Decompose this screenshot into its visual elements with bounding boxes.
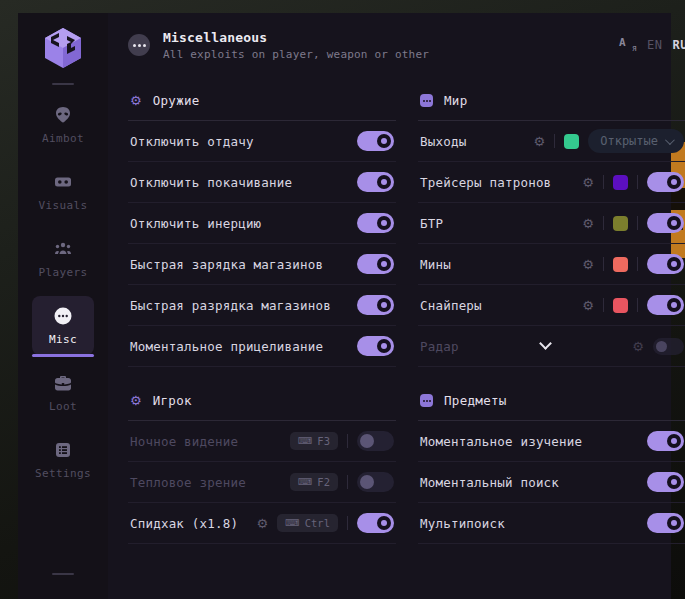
row-no-sway: Отключить покачивание — [128, 162, 396, 203]
row-instant-search: Моментальный поиск — [418, 462, 685, 503]
row-no-inertia: Отключить инерцию — [128, 203, 396, 244]
goggles-icon — [53, 172, 73, 192]
toggle-on[interactable] — [357, 513, 394, 533]
toggle-off[interactable] — [653, 338, 684, 355]
row-mines: Мины ⚙ — [418, 244, 685, 285]
divider — [603, 257, 604, 271]
alien-icon — [53, 105, 73, 125]
row-fast-unload: Быстрая разрядка магазинов — [128, 285, 396, 326]
keybind-badge[interactable]: ⌨Ctrl — [277, 514, 338, 532]
toggle-on[interactable] — [357, 213, 394, 233]
sidebar-item-label: Misc — [49, 333, 77, 346]
keybind-badge[interactable]: ⌨F3 — [290, 432, 338, 450]
gear-icon[interactable]: ⚙ — [257, 517, 269, 530]
sidebar-item-aimbot[interactable]: Aimbot — [32, 95, 94, 154]
toggle-on[interactable] — [647, 295, 684, 315]
gear-icon: ⚙ — [130, 394, 142, 407]
divider — [637, 257, 638, 271]
divider — [554, 134, 555, 148]
people-icon — [53, 239, 73, 259]
divider — [347, 475, 348, 489]
section-items: Предметы Моментальное изучение Моменталь… — [418, 387, 685, 544]
sidebar-item-label: Settings — [35, 467, 91, 480]
list-icon — [53, 440, 73, 460]
toggle-off[interactable] — [357, 472, 394, 492]
ellipsis-icon — [53, 306, 73, 326]
toggle-on[interactable] — [357, 336, 394, 356]
sidebar-item-loot[interactable]: Loot — [32, 363, 94, 422]
keybind-badge[interactable]: ⌨F2 — [290, 473, 338, 491]
row-instant-ads: Моментальное прицеливание — [128, 326, 396, 367]
sidebar-bottom-divider — [52, 573, 74, 575]
row-no-recoil: Отключить отдачу — [128, 121, 396, 162]
section-weapon: ⚙ Оружие Отключить отдачу Отключить пока… — [128, 87, 396, 367]
toggle-on[interactable] — [647, 431, 684, 451]
sidebar-item-label: Aimbot — [42, 132, 84, 145]
row-instant-examine: Моментальное изучение — [418, 421, 685, 462]
toggle-on[interactable] — [647, 472, 684, 492]
page-title: Miscellaneous — [163, 30, 429, 45]
row-thermal-vision: Тепловое зрение ⌨F2 — [128, 462, 396, 503]
toggle-on[interactable] — [357, 254, 394, 274]
sidebar: Aimbot Visuals — [18, 13, 108, 599]
sidebar-item-misc[interactable]: Misc — [32, 296, 94, 355]
toggle-on[interactable] — [647, 254, 684, 274]
gear-icon[interactable]: ⚙ — [534, 135, 546, 148]
divider — [603, 298, 604, 312]
briefcase-icon — [53, 373, 73, 393]
sidebar-divider — [52, 83, 74, 85]
row-fast-reload: Быстрая зарядка магазинов — [128, 244, 396, 285]
sidebar-item-settings[interactable]: Settings — [32, 430, 94, 489]
world-icon — [420, 94, 433, 107]
gear-icon[interactable]: ⚙ — [582, 217, 594, 230]
row-radar: Радар ⚙ — [418, 326, 685, 367]
lang-en-button[interactable]: EN — [647, 38, 662, 52]
color-swatch[interactable] — [613, 298, 628, 313]
sidebar-item-visuals[interactable]: Visuals — [32, 162, 94, 221]
toggle-on[interactable] — [357, 295, 394, 315]
toggle-off[interactable] — [357, 431, 394, 451]
row-multisearch: Мультипоиск — [418, 503, 685, 544]
right-column: Мир Выходы ⚙ Открытые Трейсеры патро — [418, 87, 685, 599]
sidebar-nav: Aimbot Visuals — [18, 95, 108, 497]
color-swatch[interactable] — [564, 134, 579, 149]
divider — [637, 175, 638, 189]
keyboard-icon: ⌨ — [298, 436, 312, 446]
sidebar-item-label: Loot — [49, 400, 77, 413]
chevron-down-icon[interactable] — [539, 337, 552, 350]
row-speedhack: Спидхак (x1.8) ⚙ ⌨Ctrl — [128, 503, 396, 544]
translate-icon[interactable]: Aя — [619, 37, 637, 53]
keyboard-icon: ⌨ — [298, 477, 312, 487]
items-icon — [420, 394, 433, 407]
toggle-on[interactable] — [357, 172, 394, 192]
toggle-on[interactable] — [647, 513, 684, 533]
keyboard-icon: ⌨ — [285, 518, 299, 528]
gear-icon[interactable]: ⚙ — [632, 340, 644, 353]
cheat-menu-window: Aimbot Visuals — [18, 13, 671, 599]
row-exits: Выходы ⚙ Открытые — [418, 121, 685, 162]
lang-ru-button[interactable]: RU — [673, 38, 685, 52]
exits-dropdown[interactable]: Открытые — [588, 129, 684, 153]
left-column: ⚙ Оружие Отключить отдачу Отключить пока… — [128, 87, 396, 599]
toggle-on[interactable] — [647, 213, 684, 233]
sidebar-item-players[interactable]: Players — [32, 229, 94, 288]
app-logo-icon — [41, 25, 85, 69]
row-bullet-tracers: Трейсеры патронов ⚙ — [418, 162, 685, 203]
gear-icon[interactable]: ⚙ — [582, 258, 594, 271]
color-swatch[interactable] — [613, 175, 628, 190]
section-title: Оружие — [153, 93, 200, 108]
gear-icon[interactable]: ⚙ — [582, 299, 594, 312]
toggle-on[interactable] — [357, 131, 394, 151]
divider — [347, 434, 348, 448]
sidebar-item-label: Visuals — [38, 199, 87, 212]
gear-icon[interactable]: ⚙ — [582, 176, 594, 189]
section-title: Игрок — [153, 393, 192, 408]
toggle-on[interactable] — [647, 172, 684, 192]
color-swatch[interactable] — [613, 257, 628, 272]
page-subtitle: All exploits on player, weapon or other — [163, 48, 429, 61]
divider — [637, 298, 638, 312]
color-swatch[interactable] — [613, 216, 628, 231]
content: ⚙ Оружие Отключить отдачу Отключить пока… — [126, 69, 685, 599]
sidebar-item-label: Players — [38, 266, 87, 279]
gear-icon: ⚙ — [130, 94, 142, 107]
